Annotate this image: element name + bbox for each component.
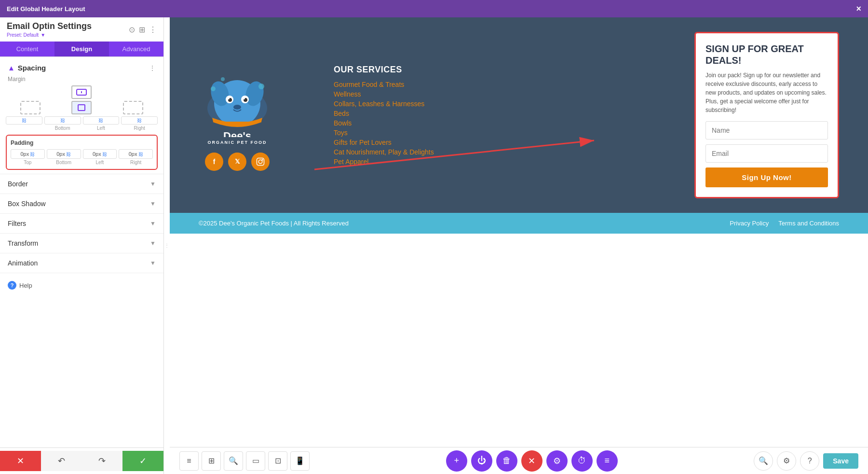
margin-block: Margin [0, 76, 163, 131]
save-button[interactable]: Save [823, 453, 858, 469]
settings-icon[interactable]: ⊙ [129, 25, 135, 34]
timer-button[interactable]: ⏱ [571, 450, 593, 472]
privacy-policy-link[interactable]: Privacy Policy [730, 220, 769, 227]
transform-section[interactable]: Transform ▼ [0, 233, 163, 253]
panel-header: Email Optin Settings Preset: Default ▼ [7, 21, 92, 38]
margin-cell-empty2 [108, 85, 158, 99]
resize-handle[interactable]: ⋮ [164, 17, 170, 474]
padding-left-chain-icon: ⛓ [102, 152, 107, 157]
left-panel: Email Optin Settings Preset: Default ▼ ⊙… [0, 17, 164, 474]
signup-card: SIGN UP FOR GREAT DEALS! Join our pack! … [694, 32, 839, 198]
service-item-9[interactable]: Pet Apparel [334, 158, 675, 166]
footer-links: Privacy Policy Terms and Conditions [730, 220, 839, 227]
panel-preset[interactable]: Preset: Default ▼ [7, 32, 92, 38]
facebook-icon[interactable]: f [205, 153, 223, 171]
padding-label: Padding [11, 139, 153, 146]
box-shadow-section[interactable]: Box Shadow ▼ [0, 194, 163, 213]
toolbar-desktop-button[interactable]: ▭ [246, 451, 265, 471]
settings-button[interactable]: ⚙ [546, 450, 568, 472]
margin-right-value[interactable]: ⛓ [121, 116, 158, 125]
delete-button[interactable]: 🗑 [496, 450, 517, 472]
social-icons: f 𝕏 [205, 153, 270, 171]
padding-left-value[interactable]: 0px ⛓ [83, 149, 117, 159]
signup-email-input[interactable] [705, 144, 828, 163]
tab-content[interactable]: Content [0, 42, 54, 56]
animation-section[interactable]: Animation ▼ [0, 253, 163, 273]
bottom-footer: ©2025 Dee's Organic Pet Foods | All Righ… [170, 213, 868, 234]
margin-left-item: ⛓ Left [83, 116, 120, 131]
padding-right-value[interactable]: 0px ⛓ [119, 149, 153, 159]
toolbar-tablet-button[interactable]: ⊡ [268, 451, 287, 471]
svg-point-9 [228, 98, 230, 99]
margin-left-value[interactable]: ⛓ [83, 116, 120, 125]
toolbar-center: + ⏻ 🗑 ✕ ⚙ ⏱ ≡ [446, 450, 618, 472]
svg-point-12 [243, 98, 245, 99]
margin-bottom-value[interactable]: ⛓ [44, 116, 81, 125]
margin-top-value[interactable]: ⛓ [6, 116, 42, 125]
margin-cell-empty1 [6, 85, 55, 99]
svg-point-19 [258, 160, 262, 164]
undo-button[interactable]: ↶ [41, 451, 82, 471]
instagram-icon[interactable] [251, 153, 270, 171]
list-button[interactable]: ≡ [597, 450, 618, 472]
tab-advanced[interactable]: Advanced [109, 42, 163, 56]
service-item-6[interactable]: Toys [334, 129, 675, 137]
svg-point-16 [221, 77, 225, 81]
close-element-button[interactable]: ✕ [521, 450, 542, 472]
cancel-button[interactable]: ✕ [0, 451, 41, 471]
service-item-3[interactable]: Collars, Leashes & Harnesses [334, 100, 675, 108]
help-button[interactable]: ? Help [8, 281, 156, 290]
box-shadow-chevron-icon: ▼ [150, 200, 156, 207]
border-section[interactable]: Border ▼ [0, 174, 163, 194]
footer-services: OUR SERVICES Gourmet Food & Treats Welln… [295, 65, 675, 166]
svg-point-20 [262, 159, 263, 160]
toolbar-settings-right-button[interactable]: ⚙ [777, 451, 796, 471]
terms-conditions-link[interactable]: Terms and Conditions [778, 220, 839, 227]
close-icon[interactable]: × [856, 4, 861, 14]
add-element-button[interactable]: + [446, 450, 467, 472]
toolbar-search-right-button[interactable]: 🔍 [754, 451, 773, 471]
toolbar-menu-button[interactable]: ≡ [179, 451, 199, 471]
margin-top-item: ⛓ [6, 116, 42, 131]
svg-point-13 [233, 105, 241, 110]
margin-icon-left-cell [6, 101, 55, 114]
filters-section[interactable]: Filters ▼ [0, 213, 163, 233]
more-icon[interactable]: ⋮ [149, 25, 157, 34]
signup-name-input[interactable] [705, 121, 828, 139]
service-item-5[interactable]: Bowls [334, 119, 675, 127]
confirm-button[interactable]: ✓ [122, 451, 163, 471]
toolbar-search-button[interactable]: 🔍 [224, 451, 243, 471]
svg-point-14 [211, 86, 216, 91]
margin-label: Margin [6, 76, 158, 83]
padding-top-value[interactable]: 0px ⛓ [11, 149, 45, 159]
padding-top-val: 0px [21, 151, 29, 157]
service-item-1[interactable]: Gourmet Food & Treats [334, 81, 675, 88]
padding-right-chain-icon: ⛓ [138, 152, 143, 157]
toolbar-mobile-button[interactable]: 📱 [290, 451, 310, 471]
twitter-x-icon[interactable]: 𝕏 [228, 153, 246, 171]
toolbar-grid-button[interactable]: ⊞ [202, 451, 221, 471]
service-item-8[interactable]: Cat Nourishment, Play & Delights [334, 148, 675, 156]
tab-design[interactable]: Design [54, 42, 109, 56]
toolbar-help-button[interactable]: ? [800, 451, 819, 471]
power-button[interactable]: ⏻ [471, 450, 492, 472]
padding-bottom-value[interactable]: 0px ⛓ [47, 149, 81, 159]
services-title: OUR SERVICES [334, 65, 675, 75]
service-item-4[interactable]: Beds [334, 110, 675, 117]
padding-grid: 0px ⛓ Top 0px ⛓ Bottom 0 [11, 149, 153, 165]
service-item-7[interactable]: Gifts for Pet Lovers [334, 139, 675, 146]
bottom-toolbar: ≡ ⊞ 🔍 ▭ ⊡ 📱 + ⏻ 🗑 ✕ ⚙ ⏱ ≡ 🔍 ⚙ ? Save [170, 447, 868, 474]
margin-icon-top [71, 85, 92, 99]
redo-button[interactable]: ↷ [82, 451, 123, 471]
signup-button[interactable]: Sign Up Now! [705, 167, 828, 187]
service-item-2[interactable]: Wellness [334, 90, 675, 98]
margin-icon-center-cell [57, 101, 106, 114]
svg-rect-2 [78, 105, 85, 111]
top-bar: Edit Global Header Layout × [0, 0, 868, 17]
columns-icon[interactable]: ⊞ [139, 25, 145, 34]
panel-tabs: Content Design Advanced [0, 42, 163, 57]
more-options-icon[interactable]: ⋮ [149, 64, 156, 72]
filters-chevron-icon: ▼ [150, 220, 156, 227]
help-section: ? Help [0, 273, 163, 297]
margin-left-chain-icon: ⛓ [98, 118, 103, 123]
